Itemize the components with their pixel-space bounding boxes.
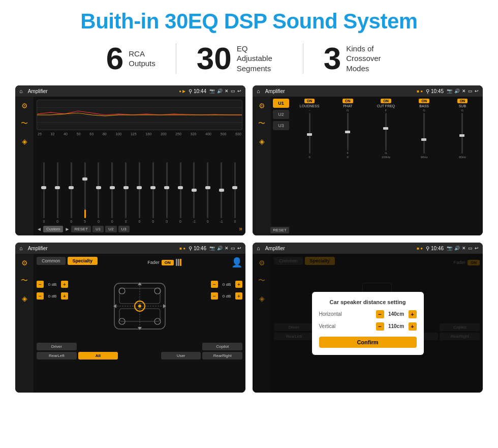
eq-track-7[interactable] (125, 162, 127, 218)
svg-point-9 (154, 288, 161, 294)
eq-sliders: 0 0 0 5 (37, 138, 242, 223)
fader-copilot-btn[interactable]: Copilot (202, 343, 242, 350)
dialog-horizontal-plus[interactable]: + (409, 310, 417, 318)
xover-loudness-on[interactable]: ON (304, 99, 315, 103)
eq-track-15[interactable] (234, 162, 236, 218)
dialog-confirm-button[interactable]: Confirm (319, 337, 417, 348)
fader-sidebar-icon-3[interactable]: ◈ (22, 294, 27, 303)
fader-space-btn1 (78, 343, 118, 350)
xover-bass-label: BASS (419, 104, 429, 108)
dialog-vertical-plus[interactable]: + (409, 322, 417, 331)
fader-db4-minus[interactable]: − (211, 292, 218, 300)
freq-200: 200 (161, 132, 167, 136)
eq-slider-3: 0 (65, 162, 78, 223)
xover-u1-btn[interactable]: U1 (273, 99, 289, 108)
xover-sidebar-icon-3[interactable]: ◈ (259, 137, 265, 145)
fader-user-btn[interactable]: User (161, 352, 201, 360)
eq-track-9[interactable] (152, 162, 154, 218)
dialog-window-icon: ▭ (468, 246, 473, 251)
eq-dots: ● ▶ (179, 89, 185, 94)
eq-custom-btn[interactable]: Custom (43, 226, 64, 232)
fader-db1-minus[interactable]: − (37, 281, 44, 288)
xover-reset-btn[interactable]: RESET (270, 227, 289, 233)
fader-sidebar-icon-2[interactable]: 〜 (21, 276, 28, 285)
fader-db4-value: 0 dB (220, 294, 234, 298)
xover-cutfreq-on[interactable]: ON (381, 99, 391, 103)
xover-bass-on[interactable]: ON (419, 99, 429, 103)
eq-u3-btn[interactable]: U3 (118, 226, 130, 232)
dialog-horizontal-minus[interactable]: − (376, 310, 384, 318)
eq-sidebar-icon-2[interactable]: 〜 (21, 119, 28, 128)
eq-track-11[interactable] (180, 162, 181, 218)
fader-db-row-3: − 0 dB + (211, 281, 242, 288)
eq-track-13[interactable] (207, 162, 208, 218)
fader-all-btn[interactable]: All (78, 352, 118, 360)
eq-val-7: 0 (125, 220, 127, 223)
freq-100: 100 (115, 132, 121, 136)
eq-track-8[interactable] (139, 162, 140, 218)
fader-db-row-2: − 0 dB + (37, 292, 68, 300)
eq-screen-content: ⚙ 〜 ◈ (15, 97, 245, 235)
fader-specialty-tab[interactable]: Specialty (68, 257, 98, 265)
eq-prev[interactable]: ◄ (37, 226, 42, 232)
eq-track-3[interactable] (71, 162, 72, 218)
freq-160: 160 (145, 132, 151, 136)
fader-db3-plus[interactable]: + (235, 281, 242, 288)
xover-sub-on[interactable]: ON (457, 99, 468, 103)
fader-db2-minus[interactable]: − (37, 292, 44, 300)
eq-more-icon[interactable]: » (239, 225, 242, 232)
xover-sidebar-icon-2[interactable]: 〜 (258, 119, 265, 128)
eq-status-bar: ⌂ Amplifier ● ▶ ⚲ 10:44 📷 🔊 ✕ ▭ ↩ (15, 85, 245, 97)
eq-sidebar-icon-3[interactable]: ◈ (22, 137, 27, 145)
eq-track-14[interactable] (221, 162, 222, 218)
xover-u3-btn[interactable]: U3 (273, 121, 289, 130)
eq-track-1[interactable] (43, 162, 45, 218)
eq-next[interactable]: ► (65, 226, 70, 232)
fader-app-name: Amplifier (28, 246, 177, 251)
eq-slider-11: 0 (174, 162, 187, 223)
fader-db4-plus[interactable]: + (235, 292, 242, 300)
fader-status-bar: ⌂ Amplifier ■ ● ⚲ 10:46 📷 🔊 ✕ ▭ ↩ (15, 243, 245, 254)
xover-phat-on[interactable]: ON (343, 99, 353, 103)
fader-on-button[interactable]: ON (162, 260, 174, 265)
eq-u1-btn[interactable]: U1 (92, 226, 104, 232)
eq-track-4[interactable] (84, 162, 86, 218)
xover-sidebar-icon-1[interactable]: ⚙ (259, 102, 265, 110)
dialog-vertical-minus[interactable]: − (376, 322, 384, 331)
eq-val-8: 0 (138, 220, 140, 223)
freq-80: 80 (103, 132, 107, 136)
fader-sidebar-icon-1[interactable]: ⚙ (21, 259, 28, 267)
xover-u2-btn[interactable]: U2 (273, 110, 289, 119)
fader-rearleft-btn[interactable]: RearLeft (37, 352, 77, 360)
fader-driver-btn[interactable]: Driver (37, 343, 77, 350)
eq-sidebar-icon-1[interactable]: ⚙ (21, 102, 28, 110)
xover-presets: U1 U2 U3 RESET (273, 99, 289, 233)
svg-marker-16 (113, 304, 116, 308)
xover-sub-val: 60Hz (459, 156, 466, 159)
xover-home-icon: ⌂ (257, 88, 260, 94)
fader-db3-minus[interactable]: − (211, 281, 218, 288)
page-title: Buith-in 30EQ DSP Sound System (15, 9, 483, 34)
eq-time: ⚲ 10:44 (189, 88, 206, 94)
eq-track-5[interactable] (98, 162, 99, 218)
eq-reset-btn[interactable]: RESET (71, 226, 91, 232)
fader-db2-plus[interactable]: + (61, 292, 68, 300)
dialog-title: Car speaker distance setting (319, 299, 417, 305)
fader-common-tab[interactable]: Common (37, 257, 66, 265)
fader-rearright-btn[interactable]: RearRight (202, 352, 242, 360)
eq-track-12[interactable] (193, 162, 195, 218)
xover-ch-phat: ON PHAT G F 0 (329, 99, 366, 233)
eq-track-6[interactable] (111, 162, 113, 218)
crossover-screen: ⌂ Amplifier ■ ● ⚲ 10:45 📷 🔊 ✕ ▭ ↩ ⚙ 〜 ◈ (253, 85, 483, 235)
eq-track-10[interactable] (166, 162, 168, 218)
fader-person-icon: 👤 (231, 257, 242, 268)
eq-slider-7: 0 (119, 162, 132, 223)
xover-cutfreq-slider: F G (367, 109, 404, 155)
xover-ch-sub: ON SUB G 60Hz (444, 99, 481, 233)
eq-u2-btn[interactable]: U2 (105, 226, 116, 232)
eq-slider-10: 0 (161, 162, 173, 223)
eq-track-2[interactable] (57, 162, 58, 218)
eq-slider-13: 0 (201, 162, 214, 223)
fader-db1-plus[interactable]: + (61, 281, 68, 288)
fader-dots: ■ ● (179, 246, 185, 251)
